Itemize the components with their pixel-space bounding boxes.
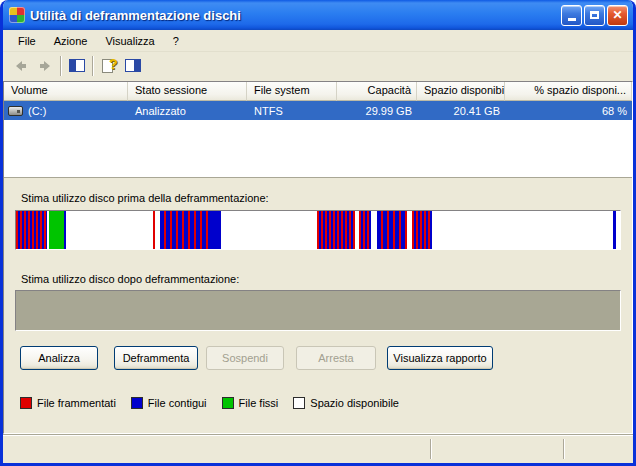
file-system-value: NTFS [247,105,337,117]
volume-name: (C:) [28,105,46,117]
defragment-button[interactable]: Deframmenta [114,346,198,370]
disk-usage-segment-free [221,211,317,249]
toolbar: ? [3,52,633,79]
analyze-button[interactable]: Analizza [20,346,98,370]
legend-label: Spazio disponibile [310,397,399,409]
legend-label: File fissi [239,397,279,409]
window-title: Utilità di deframmentazione dischi [30,8,561,23]
fixed-files-swatch [222,397,234,409]
action-button-row: Analizza Deframmenta Sospendi Arresta Vi… [20,346,632,370]
disk-usage-segment-free [616,211,620,249]
disk-usage-segment-rb [317,211,355,249]
defrag-window: Utilità di deframmentazione dischi ✕ Fil… [0,0,636,466]
disk-usage-segment-br [377,211,407,249]
volume-list-header: Volume Stato sessione File system Capaci… [4,82,632,101]
session-status-value: Analizzato [128,105,247,117]
free-space-value: 20.41 GB [417,105,505,117]
legend-label: File contigui [148,397,207,409]
disk-usage-segment-contig [208,211,221,249]
help-icon[interactable]: ? [97,55,121,77]
volume-list-empty-area [4,120,632,177]
close-button[interactable]: ✕ [607,5,628,26]
toolbar-separator [60,56,62,76]
disk-usage-segment-br [160,211,208,249]
app-icon [9,7,25,23]
menu-azione[interactable]: Azione [45,32,97,50]
menu-visualizza[interactable]: Visualizza [96,32,163,50]
disk-usage-segment-rb [16,211,47,249]
capacity-value: 29.99 GB [337,105,417,117]
analysis-panel: Stima utilizzo disco prima della deframm… [4,177,632,433]
menu-file[interactable]: File [9,32,45,50]
free-space-swatch [293,397,305,409]
usage-before-bar [15,210,621,250]
status-bar-divider [430,439,431,459]
view-report-button[interactable]: Visualizza rapporto [387,346,493,370]
show-console-tree-icon[interactable] [65,55,89,77]
column-header-session-status[interactable]: Stato sessione [128,82,247,101]
column-header-pct-free[interactable]: % spazio disponi... [505,82,632,101]
table-row[interactable]: (C:) Analizzato NTFS 29.99 GB 20.41 GB 6… [4,101,632,120]
toolbar-separator [92,56,94,76]
fragmented-swatch [20,397,32,409]
status-bar-divider [563,439,564,459]
volume-list: Volume Stato sessione File system Capaci… [4,82,632,177]
pause-button: Sospendi [206,346,284,370]
stop-button: Arresta [296,346,376,370]
contiguous-swatch [131,397,143,409]
column-header-free-space[interactable]: Spazio disponibile [417,82,505,101]
status-bar [3,434,633,463]
legend-item-free: Spazio disponibile [293,397,399,409]
disk-usage-segment-rb [412,211,432,249]
column-header-file-system[interactable]: File system [247,82,337,101]
titlebar[interactable]: Utilità di deframmentazione dischi ✕ [3,0,633,30]
legend-item-fixed: File fissi [222,397,279,409]
menubar: File Azione Visualizza ? [3,30,633,52]
usage-after-bar [15,290,621,331]
disk-drive-icon [8,106,23,116]
column-header-capacity[interactable]: Capacità [337,82,417,101]
legend-label: File frammentati [37,397,116,409]
disk-usage-segment-free [432,211,613,249]
disk-usage-segment-rb [359,211,371,249]
disk-usage-segment-fixed [49,211,64,249]
disk-usage-segment-free [66,211,153,249]
column-header-volume[interactable]: Volume [4,82,128,101]
forward-icon [33,55,57,77]
client-area: Volume Stato sessione File system Capaci… [3,81,633,434]
menu-help[interactable]: ? [164,32,188,50]
minimize-button[interactable] [561,5,582,26]
maximize-button[interactable] [584,5,605,26]
legend: File frammentati File contigui File fiss… [20,397,632,409]
show-action-pane-icon[interactable] [121,55,145,77]
usage-before-label: Stima utilizzo disco prima della deframm… [21,192,632,204]
legend-item-fragmented: File frammentati [20,397,116,409]
legend-item-contiguous: File contigui [131,397,207,409]
back-icon [9,55,33,77]
usage-after-label: Stima utilizzo disco dopo deframmentazio… [21,273,632,285]
pct-free-value: 68 % [505,105,632,117]
